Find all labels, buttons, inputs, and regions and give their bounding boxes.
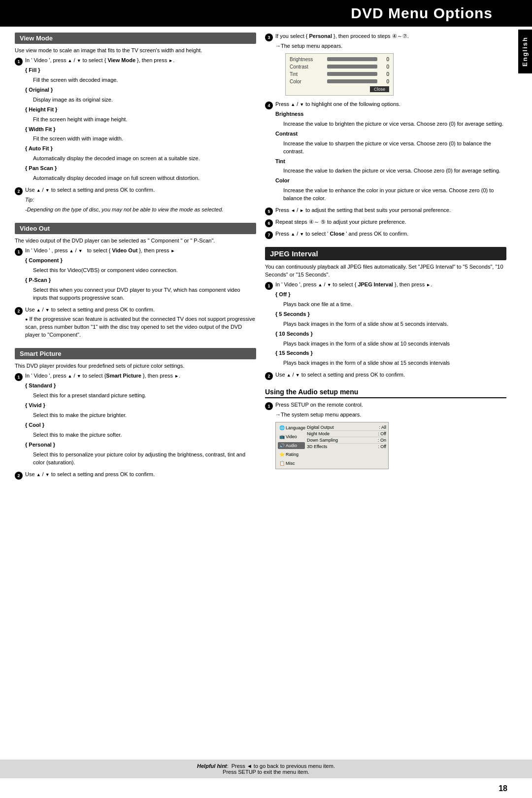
step-circle-j2: 2: [265, 372, 273, 380]
vivid-label: { Vivid }: [25, 402, 45, 408]
hint-text2: Press SETUP to exit the menu item.: [223, 769, 309, 775]
page-title-bar: DVD Menu Options: [0, 0, 532, 27]
audio-icon: 🔊: [279, 443, 285, 448]
step-circle-1: 1: [15, 58, 23, 66]
step-circle-6: 6: [265, 219, 273, 227]
audio-setup-menu-mockup: 🌐 Language 📺 Video 🔊 Audio: [275, 422, 389, 469]
audio-setup-step1: 1 Press SETUP on the remote control. →Th…: [265, 401, 506, 472]
view-mode-step2: 2 Use ▲ / ▼ to select a setting and pres…: [15, 186, 256, 216]
page-title: DVD Menu Options: [351, 5, 493, 21]
left-column: View Mode Use view mode to scale an imag…: [15, 33, 256, 487]
audio-setup-header: Using the Audio setup menu: [265, 388, 506, 398]
view-mode-step1: 1 In ' Video ', press ▲ / ▼ to select { …: [15, 57, 256, 184]
english-tab: English: [518, 30, 532, 73]
fill-label: { Fill }: [25, 67, 40, 73]
step-circle-a1: 1: [265, 402, 273, 410]
jpeg-step1: 1 In ' Video ', press ▲ / ▼ to select { …: [265, 281, 506, 369]
step-circle-1c: 1: [15, 373, 23, 381]
step-circle-4: 4: [265, 102, 273, 109]
audio-setup-section: Using the Audio setup menu 1 Press SETUP…: [265, 388, 506, 472]
smart-picture-step2: 2 Use ▲ / ▼ to select a setting and pres…: [15, 471, 256, 481]
video-out-step1: 1 In ' Video ' , press ▲ / ▼ to select {…: [15, 247, 256, 304]
original-label: { Original }: [25, 87, 53, 93]
step-circle-j1: 1: [265, 282, 273, 290]
main-content: View Mode Use view mode to scale an imag…: [0, 27, 532, 487]
hint-text1: Press ◄ to go back to previous menu item…: [232, 763, 335, 769]
personal-steps-section: 3 If you select { Personal }, then proce…: [265, 33, 506, 240]
view-mode-section: View Mode Use view mode to scale an imag…: [15, 33, 256, 216]
jpeg-interval-header: JPEG Interval: [265, 247, 506, 260]
language-icon: 🌐: [279, 425, 285, 430]
personal-step5: 5 Press ◄ / ► to adjust the setting that…: [265, 207, 506, 216]
personal-step3: 3 If you select { Personal }, then proce…: [265, 33, 506, 99]
jpeg-interval-section: JPEG Interval You can continuously playb…: [265, 247, 506, 381]
smart-picture-step1: 1 In ' Video ', press ▲ / ▼ to select {S…: [15, 372, 256, 468]
step-circle-2: 2: [15, 187, 23, 195]
jpeg-step2: 2 Use ▲ / ▼ to select a setting and pres…: [265, 371, 506, 381]
pan-scan-label: { Pan Scan }: [25, 165, 57, 171]
component-label: { Component }: [25, 257, 63, 263]
right-column: 3 If you select { Personal }, then proce…: [265, 33, 506, 487]
page-container: DVD Menu Options English View Mode Use v…: [0, 0, 532, 798]
video-icon: 📺: [279, 434, 285, 439]
smart-picture-intro: This DVD player provides four predefined…: [15, 362, 256, 370]
step-circle-5: 5: [265, 208, 273, 215]
personal-label: { Personal }: [25, 442, 55, 448]
step-circle-1b: 1: [15, 248, 23, 256]
hint-label: Helpful hint:: [197, 763, 230, 769]
step-circle-3: 3: [265, 34, 273, 41]
step-circle-7: 7: [265, 231, 273, 239]
view-mode-header: View Mode: [15, 33, 256, 44]
personal-step4: 4 Press ▲ / ▼ to highlight one of the fo…: [265, 101, 506, 205]
misc-icon: 📋: [279, 461, 285, 466]
page-number: 18: [499, 784, 507, 793]
pscan-label: { P-Scan }: [25, 277, 51, 283]
video-out-header: Video Out: [15, 223, 256, 234]
hint-bar: Helpful hint: Press ◄ to go back to prev…: [0, 760, 532, 778]
jpeg-interval-intro: You can continuously playback all JPEG f…: [265, 263, 506, 279]
width-fit-label: { Width Fit }: [25, 126, 56, 132]
rating-icon: ⭐: [279, 452, 285, 457]
step-circle-2c: 2: [15, 472, 23, 480]
step-circle-2b: 2: [15, 307, 23, 315]
smart-picture-header: Smart Picture: [15, 348, 256, 359]
personal-step7: 7 Press ▲ / ▼ to select ' Close ' and pr…: [265, 230, 506, 240]
auto-fit-label: { Auto Fit }: [25, 145, 53, 151]
video-out-intro: The video output of the DVD player can b…: [15, 237, 256, 245]
standard-label: { Standard }: [25, 382, 56, 388]
smart-picture-section: Smart Picture This DVD player provides f…: [15, 348, 256, 480]
cool-label: { Cool }: [25, 422, 44, 428]
height-fit-label: { Height Fit }: [25, 106, 57, 112]
personal-step6: 6 Repeat steps ④～ ⑤ to adjust your pictu…: [265, 218, 506, 228]
view-mode-intro: Use view mode to scale an image that fit…: [15, 47, 256, 55]
setup-menu-mockup: Brightness 0 Contrast 0 Tint: [285, 53, 394, 96]
video-out-step2: 2 Use ▲ / ▼ to select a setting and pres…: [15, 306, 256, 342]
video-out-section: Video Out The video output of the DVD pl…: [15, 223, 256, 341]
